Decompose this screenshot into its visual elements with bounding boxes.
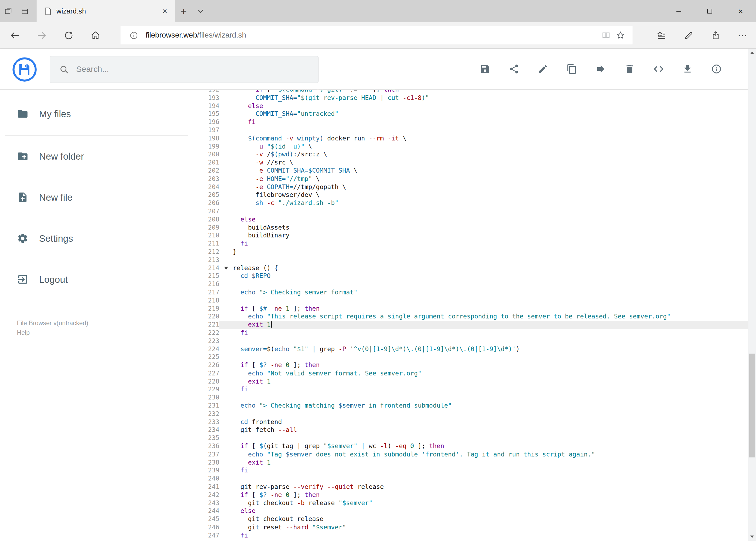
code-line[interactable]: 231 echo "> Checking matching $semver in…	[193, 402, 748, 410]
scrollbar-thumb[interactable]	[749, 354, 755, 457]
code-line[interactable]: 232	[193, 410, 748, 418]
code-line[interactable]: 238 exit 1	[193, 459, 748, 467]
reading-view-button[interactable]	[599, 28, 614, 43]
code-line[interactable]: 208 else	[193, 216, 748, 224]
tab-close-icon[interactable]: ✕	[160, 8, 169, 15]
tab-preview-toggle[interactable]	[192, 0, 209, 22]
code-line[interactable]: 203 -e HOME="//tmp" \	[193, 175, 748, 183]
help-link[interactable]: Help	[17, 328, 89, 338]
tab-wizard-sh[interactable]: wizard.sh ✕	[37, 0, 175, 22]
code-line[interactable]: 235	[193, 434, 748, 442]
code-area[interactable]: 192 if [ "$(command -v git)" != "" ]; th…	[193, 90, 748, 540]
address-bar[interactable]: filebrowser.web/files/wizard.sh	[121, 26, 632, 44]
search-input[interactable]	[76, 65, 312, 74]
edit-button[interactable]	[532, 58, 554, 80]
info-button[interactable]	[705, 58, 727, 80]
code-line[interactable]: 210 buildBinary	[193, 232, 748, 240]
sidebar-item-my-files[interactable]: My files	[0, 99, 193, 128]
tabs-you-set-aside-button[interactable]	[0, 0, 16, 22]
code-line[interactable]: 207	[193, 208, 748, 216]
code-view-button[interactable]	[647, 58, 670, 80]
code-line[interactable]: 246 git reset --hard "$semver"	[193, 523, 748, 532]
code-line[interactable]: 245 git checkout release	[193, 515, 748, 523]
code-line[interactable]: 212}	[193, 248, 748, 256]
code-line[interactable]: 227 echo "Not valid semver format. See s…	[193, 369, 748, 377]
code-line[interactable]: 219 if [ $# -ne 1 ]; then	[193, 305, 748, 313]
url-text[interactable]: filebrowser.web/files/wizard.sh	[145, 31, 599, 39]
code-line[interactable]: 229 fi	[193, 386, 748, 394]
save-button[interactable]	[474, 58, 496, 80]
sidebar-item-logout[interactable]: Logout	[0, 265, 193, 294]
favorite-button[interactable]	[613, 28, 628, 43]
refresh-button[interactable]	[58, 25, 79, 46]
code-line[interactable]: 209 buildAssets	[193, 224, 748, 232]
share-file-button[interactable]	[503, 58, 525, 80]
back-button[interactable]	[4, 25, 25, 46]
code-line[interactable]: 202 -e COMMIT_SHA=$COMMIT_SHA \	[193, 167, 748, 175]
code-line[interactable]: 198 $(command -v winpty) docker run --rm…	[193, 135, 748, 143]
annotate-button[interactable]	[678, 25, 699, 46]
sidebar-item-new-folder[interactable]: New folder	[0, 142, 193, 171]
code-line[interactable]: 223	[193, 337, 748, 345]
code-line[interactable]: 192 if [ "$(command -v git)" != "" ]; th…	[193, 90, 748, 94]
site-info-icon[interactable]	[126, 28, 141, 43]
code-line[interactable]: 233 cd frontend	[193, 418, 748, 426]
share-button[interactable]	[705, 25, 726, 46]
code-line[interactable]: 218	[193, 296, 748, 305]
code-line[interactable]: 226 if [ $? -ne 0 ]; then	[193, 361, 748, 369]
set-tabs-aside-button[interactable]	[16, 0, 33, 22]
fold-arrow-icon[interactable]	[224, 267, 228, 270]
code-line[interactable]: 237 echo "Tag $semver does not exist in …	[193, 450, 748, 459]
code-line[interactable]: 199 -u "$(id -u)" \	[193, 143, 748, 151]
code-line[interactable]: 230	[193, 394, 748, 402]
code-line[interactable]: 216	[193, 280, 748, 288]
more-button[interactable]: ⋯	[732, 25, 753, 46]
code-line[interactable]: 196 fi	[193, 118, 748, 126]
code-line[interactable]: 195 COMMIT_SHA="untracked"	[193, 110, 748, 118]
sidebar-item-new-file[interactable]: New file	[0, 183, 193, 212]
code-line[interactable]: 213	[193, 256, 748, 264]
code-line[interactable]: 240	[193, 475, 748, 483]
code-line[interactable]: 242 if [ $? -ne 0 ]; then	[193, 491, 748, 499]
code-line[interactable]: 204 -e GOPATH=//tmp/gopath \	[193, 183, 748, 191]
scroll-up-arrow[interactable]	[748, 49, 756, 57]
download-button[interactable]	[676, 58, 698, 80]
code-line[interactable]: 206 sh -c "./wizard.sh -b"	[193, 199, 748, 208]
code-line[interactable]: 225	[193, 353, 748, 361]
code-line[interactable]: 244 else	[193, 507, 748, 515]
page-scrollbar[interactable]	[748, 49, 756, 541]
code-line[interactable]: 217 echo "> Checking semver format"	[193, 288, 748, 296]
forward-button[interactable]	[31, 25, 52, 46]
home-button[interactable]	[85, 25, 106, 46]
code-line[interactable]: 243 git checkout -b release "$semver"	[193, 499, 748, 507]
new-tab-button[interactable]: +	[175, 0, 192, 22]
code-line[interactable]: 193 COMMIT_SHA="$(git rev-parse HEAD | c…	[193, 94, 748, 102]
code-line[interactable]: 215 cd $REPO	[193, 272, 748, 280]
code-editor[interactable]: 192 if [ "$(command -v git)" != "" ]; th…	[193, 90, 748, 541]
code-line[interactable]: 239 fi	[193, 467, 748, 475]
code-line[interactable]: 205 filebrowser/dev \	[193, 191, 748, 199]
close-button[interactable]: ✕	[725, 0, 756, 22]
code-line[interactable]: 197	[193, 126, 748, 135]
code-line[interactable]: 222 fi	[193, 329, 748, 337]
code-line[interactable]: 221 exit 1	[193, 321, 748, 329]
copy-button[interactable]	[561, 58, 583, 80]
code-line[interactable]: 220 echo "This release script requires a…	[193, 313, 748, 321]
move-button[interactable]	[590, 58, 612, 80]
code-line[interactable]: 228 exit 1	[193, 377, 748, 386]
scroll-down-arrow[interactable]	[748, 533, 756, 541]
code-line[interactable]: 247 fi	[193, 532, 748, 540]
code-line[interactable]: 214release () {	[193, 264, 748, 272]
delete-button[interactable]	[619, 58, 641, 80]
filebrowser-logo[interactable]	[12, 57, 37, 82]
hub-button[interactable]	[651, 25, 672, 46]
sidebar-item-settings[interactable]: Settings	[0, 224, 193, 253]
code-line[interactable]: 211 fi	[193, 240, 748, 248]
code-line[interactable]: 224 semver=$(echo "$1" | grep -P '^v(0|[…	[193, 345, 748, 353]
search-box[interactable]	[50, 56, 319, 83]
code-line[interactable]: 241 git rev-parse --verify --quiet relea…	[193, 483, 748, 491]
code-line[interactable]: 200 -v /$(pwd):/src:z \	[193, 151, 748, 159]
maximize-button[interactable]	[694, 0, 725, 22]
code-line[interactable]: 194 else	[193, 102, 748, 110]
code-line[interactable]: 236 if [ $(git tag | grep "$semver" | wc…	[193, 442, 748, 450]
